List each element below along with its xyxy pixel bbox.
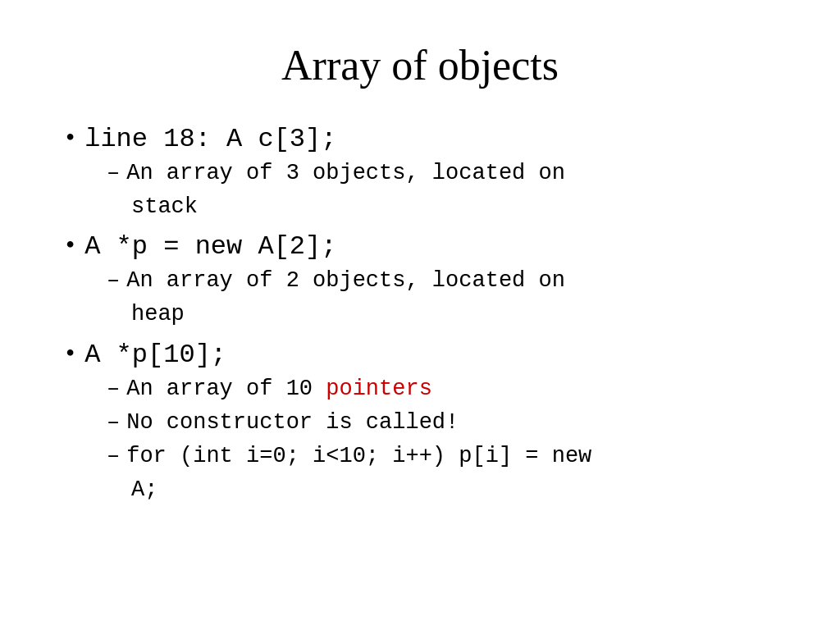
sub-item-text-2a: An array of 2 objects, located on — [126, 265, 791, 297]
continuation-1a: stack — [131, 191, 791, 223]
sub-item-text-3c: for (int i=0; i<10; i++) p[i] = new — [126, 441, 791, 472]
sub-item-text-3a: An array of 10 pointers — [126, 373, 791, 405]
continuation-3c: A; — [131, 474, 791, 506]
sub-3a-before: An array of 10 — [126, 377, 326, 401]
sub-item-1a: – An array of 3 objects, located on — [107, 158, 791, 189]
bullet-main-1: • line 18: A c[3]; — [66, 122, 791, 154]
sub-item-2a: – An array of 2 objects, located on — [107, 265, 791, 297]
sub-item-3b: – No constructor is called! — [107, 407, 791, 439]
sub-item-text-3b: No constructor is called! — [126, 407, 791, 439]
dash-3b: – — [107, 407, 120, 439]
sub-item-3c: – for (int i=0; i<10; i++) p[i] = new — [107, 441, 791, 472]
bullet-item-1: • line 18: A c[3]; – An array of 3 objec… — [66, 122, 791, 223]
bullet-code-3: A *p[10]; — [84, 340, 226, 370]
bullet-dot-2: • — [66, 230, 75, 260]
sub-item-3a: – An array of 10 pointers — [107, 373, 791, 405]
sub-list-3: – An array of 10 pointers – No construct… — [107, 373, 791, 507]
sub-3a-red: pointers — [326, 377, 432, 401]
slide-title: Array of objects — [49, 41, 791, 89]
continuation-2a: heap — [131, 299, 791, 331]
dash-3a: – — [107, 373, 120, 405]
bullet-main-2: • A *p = new A[2]; — [66, 230, 791, 262]
sub-list-2: – An array of 2 objects, located on heap — [107, 265, 791, 331]
bullet-main-3: • A *p[10]; — [66, 338, 791, 370]
dash-3c: – — [107, 441, 120, 472]
sub-item-text-1a: An array of 3 objects, located on — [126, 158, 791, 189]
content-area: • line 18: A c[3]; – An array of 3 objec… — [49, 122, 791, 597]
sub-list-1: – An array of 3 objects, located on stac… — [107, 158, 791, 223]
bullet-dot-3: • — [66, 338, 75, 368]
bullet-item-2: • A *p = new A[2]; – An array of 2 objec… — [66, 230, 791, 331]
bullet-dot-1: • — [66, 122, 75, 153]
bullet-code-2: A *p = new A[2]; — [84, 231, 336, 262]
slide: Array of objects • line 18: A c[3]; – An… — [0, 0, 840, 630]
bullet-code-1: line 18: A c[3]; — [84, 124, 336, 154]
dash-1a: – — [107, 158, 120, 189]
bullet-item-3: • A *p[10]; – An array of 10 pointers – … — [66, 338, 791, 507]
dash-2a: – — [107, 265, 120, 297]
